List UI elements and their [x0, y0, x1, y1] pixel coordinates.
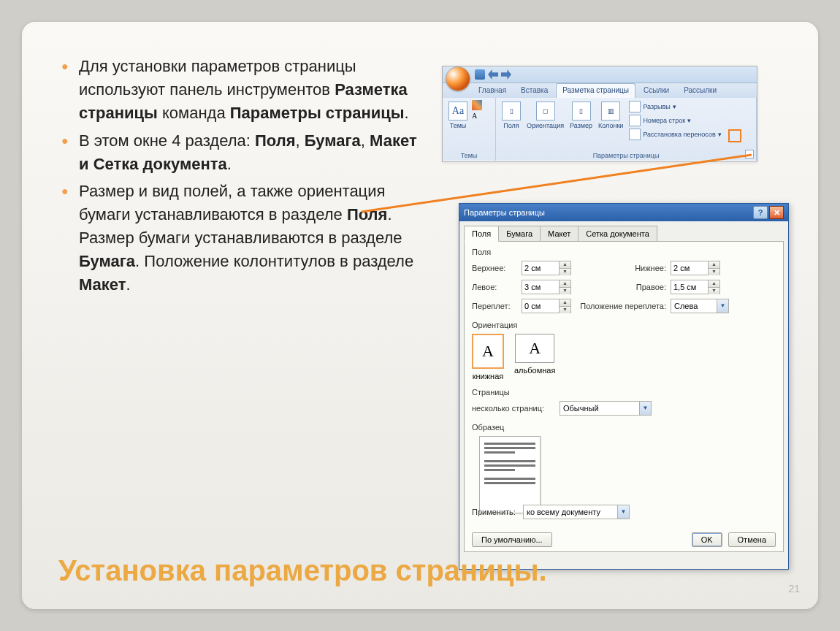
section-title: Поля — [472, 248, 776, 256]
label: Размер — [570, 122, 592, 129]
multi-pages-value[interactable] — [560, 402, 639, 414]
gutter-pos-value[interactable] — [671, 300, 717, 312]
bottom-label: Нижнее: — [571, 264, 671, 272]
bottom-margin-input[interactable] — [671, 262, 708, 274]
save-icon[interactable] — [475, 69, 485, 80]
gutter-pos-label: Положение переплета: — [571, 302, 671, 310]
spin-down[interactable]: ▼ — [708, 269, 719, 275]
group-page-setup: ▯Поля ◻Ориентация ▯Размер ▥Колонки Разры… — [496, 98, 757, 161]
bullet-list: Для установки параметров страницы исполь… — [58, 55, 424, 301]
right-margin-spinner[interactable]: ▲▼ — [671, 280, 720, 294]
gutter-spinner[interactable]: ▲▼ — [522, 299, 571, 313]
tab-mailings[interactable]: Рассылки — [677, 83, 723, 98]
page-setup-dialog: Параметры страницы ? ✕ Поля Бумага Макет… — [459, 203, 789, 570]
tab-paper[interactable]: Бумага — [498, 226, 541, 242]
preview-page — [479, 436, 541, 513]
top-margin-input[interactable] — [522, 262, 559, 274]
spin-up[interactable]: ▲ — [559, 299, 570, 307]
ribbon-body: Aa Темы A Темы ▯Поля ◻Ориентация ▯Размер — [443, 98, 757, 161]
text: . — [227, 155, 232, 173]
portrait-label: книжная — [473, 372, 504, 380]
line-numbers-icon — [629, 115, 641, 126]
bottom-margin-spinner[interactable]: ▲▼ — [671, 261, 720, 275]
page-number: 21 — [788, 583, 800, 594]
undo-icon[interactable] — [488, 69, 498, 80]
breaks-button[interactable]: Разрывы ▾ — [627, 100, 722, 113]
bullet-3: Размер и вид полей, а также ориентация б… — [79, 180, 424, 296]
tab-grid[interactable]: Сетка документа — [578, 226, 657, 242]
effects-icon[interactable] — [472, 123, 482, 134]
preview-section: Образец — [472, 423, 776, 513]
text: Размер и вид полей, а также ориентация б… — [79, 182, 385, 223]
dialog-titlebar[interactable]: Параметры страницы ? ✕ — [459, 204, 788, 221]
ok-button[interactable]: OK — [692, 532, 722, 547]
left-margin-spinner[interactable]: ▲▼ — [522, 280, 571, 294]
spin-down[interactable]: ▼ — [559, 288, 570, 294]
themes-icon: Aa — [448, 102, 467, 121]
pages-section: Страницы несколько страниц: ▼ — [472, 388, 776, 416]
breaks-icon — [629, 101, 641, 112]
label: Колонки — [598, 122, 623, 129]
page-setup-launcher[interactable] — [745, 150, 754, 158]
portrait-button[interactable]: A книжная — [472, 334, 504, 380]
section-title: Образец — [472, 423, 776, 432]
dropdown-icon[interactable]: ▼ — [717, 299, 728, 313]
tab-page-layout[interactable]: Разметка страницы — [556, 83, 635, 98]
office-button[interactable] — [446, 66, 470, 91]
dialog-tabs: Поля Бумага Макет Сетка документа — [459, 221, 788, 242]
ribbon: Главная Вставка Разметка страницы Ссылки… — [442, 66, 757, 162]
tab-insert[interactable]: Вставка — [514, 83, 554, 98]
gutter-label: Переплет: — [472, 302, 522, 310]
section-title: Ориентация — [472, 321, 776, 329]
gutter-input[interactable] — [522, 300, 559, 312]
spin-down[interactable]: ▼ — [708, 288, 719, 294]
spin-up[interactable]: ▲ — [559, 261, 570, 269]
tab-home[interactable]: Главная — [472, 83, 513, 98]
left-margin-input[interactable] — [522, 281, 559, 293]
bullet-2: В этом окне 4 раздела: Поля, Бумага, Мак… — [79, 129, 424, 176]
text: Для установки параметров страницы исполь… — [79, 57, 356, 99]
spin-up[interactable]: ▲ — [708, 280, 719, 288]
spin-up[interactable]: ▲ — [708, 261, 719, 269]
hyphenation-button[interactable]: Расстановка переносов ▾ — [627, 128, 722, 141]
group-title: Параметры страницы — [496, 152, 756, 159]
left-label: Левое: — [472, 283, 522, 291]
spin-down[interactable]: ▼ — [559, 307, 570, 313]
line-numbers-button[interactable]: Номера строк ▾ — [627, 114, 722, 127]
dropdown-icon[interactable]: ▼ — [617, 505, 629, 519]
redo-icon[interactable] — [501, 69, 511, 80]
slide-title: Установка параметров страницы. — [58, 554, 547, 587]
landscape-button[interactable]: A альбомная — [514, 334, 555, 380]
tab-references[interactable]: Ссылки — [637, 83, 676, 98]
ribbon-tabs: Главная Вставка Разметка страницы Ссылки… — [443, 83, 757, 98]
orientation-icon: ◻ — [536, 102, 555, 121]
gutter-pos-select[interactable]: ▼ — [671, 299, 729, 313]
spin-up[interactable]: ▲ — [559, 280, 570, 288]
hyphenation-icon — [629, 129, 641, 140]
landscape-label: альбомная — [514, 366, 555, 375]
cancel-button[interactable]: Отмена — [728, 532, 776, 547]
apply-select[interactable]: ▼ — [523, 505, 630, 519]
multi-pages-select[interactable]: ▼ — [560, 401, 652, 416]
tab-fields[interactable]: Поля — [464, 226, 499, 242]
help-button[interactable]: ? — [753, 206, 768, 219]
text: . — [405, 104, 409, 122]
colors-icon[interactable] — [472, 100, 482, 110]
group-themes: Aa Темы A Темы — [443, 98, 496, 161]
multi-pages-label: несколько страниц: — [472, 404, 560, 413]
tab-layout[interactable]: Макет — [540, 226, 579, 242]
dropdown-icon[interactable]: ▼ — [639, 402, 651, 415]
right-margin-input[interactable] — [671, 281, 708, 293]
spin-down[interactable]: ▼ — [559, 269, 570, 275]
top-margin-spinner[interactable]: ▲▼ — [522, 261, 571, 275]
size-icon: ▯ — [572, 102, 591, 121]
bold-text: Поля — [255, 131, 296, 150]
fonts-icon[interactable]: A — [472, 112, 482, 122]
margins-section: Поля Верхнее: ▲▼ Нижнее: ▲▼ Левое: ▲▼ Пр… — [472, 248, 776, 313]
bold-text: Макет — [79, 275, 126, 294]
close-button[interactable]: ✕ — [769, 206, 784, 219]
dialog-panel: Поля Верхнее: ▲▼ Нижнее: ▲▼ Левое: ▲▼ Пр… — [464, 241, 784, 552]
apply-value[interactable] — [524, 506, 617, 518]
apply-label: Применить: — [472, 508, 523, 516]
default-button[interactable]: По умолчанию... — [472, 532, 552, 547]
